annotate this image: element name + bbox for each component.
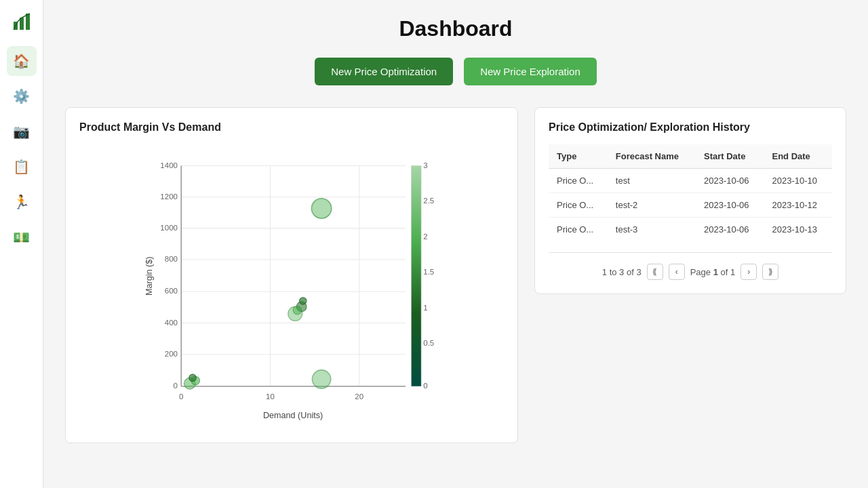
svg-text:10: 10: [266, 392, 275, 401]
cell-type: Price O...: [549, 218, 608, 242]
table-row: Price O... test-3 2023-10-06 2023-10-13: [549, 218, 832, 242]
new-price-optimization-button[interactable]: New Price Optimization: [315, 58, 453, 85]
camera-icon: 📷: [13, 123, 30, 140]
pagination: 1 to 3 of 3 ⟪ ‹ Page 1 of 1 › ⟫: [549, 252, 832, 280]
svg-text:1.5: 1.5: [423, 268, 434, 276]
sidebar-item-billing[interactable]: 💵: [7, 222, 37, 252]
cell-start: 2023-10-06: [696, 169, 764, 193]
first-page-button[interactable]: ⟪: [647, 264, 663, 280]
sidebar-item-home[interactable]: 🏠: [7, 46, 37, 76]
last-page-button[interactable]: ⟫: [762, 264, 778, 280]
svg-text:600: 600: [165, 287, 178, 296]
main-content: Dashboard New Price Optimization New Pri…: [43, 0, 868, 488]
chart-section: Product Margin Vs Demand: [65, 107, 518, 443]
next-page-button[interactable]: ›: [741, 264, 757, 280]
svg-text:0: 0: [423, 382, 427, 390]
chart-container: 0 200 400 600 800 1000 1200 1400 0 10 20…: [79, 144, 504, 429]
settings-icon: ⚙️: [13, 88, 30, 104]
cell-type: Price O...: [549, 193, 608, 218]
cell-forecast: test: [608, 169, 696, 193]
svg-point-36: [311, 199, 331, 218]
sidebar-item-list[interactable]: 📋: [7, 152, 37, 182]
prev-page-button[interactable]: ‹: [669, 264, 685, 280]
svg-rect-2: [26, 14, 30, 30]
svg-text:800: 800: [165, 255, 178, 263]
cell-end: 2023-10-10: [764, 169, 832, 193]
cell-type: Price O...: [549, 169, 608, 193]
cell-forecast: test-3: [608, 218, 696, 242]
table-row: Price O... test 2023-10-06 2023-10-10: [549, 169, 832, 193]
table-row: Price O... test-2 2023-10-06 2023-10-12: [549, 193, 832, 218]
svg-point-34: [300, 298, 307, 305]
svg-text:2: 2: [423, 232, 427, 241]
svg-text:2.5: 2.5: [423, 197, 434, 205]
cell-start: 2023-10-06: [696, 218, 764, 242]
svg-text:20: 20: [355, 392, 363, 401]
sidebar: 🏠 ⚙️ 📷 📋 🏃 💵: [0, 0, 43, 488]
svg-text:1: 1: [423, 304, 427, 312]
col-end: End Date: [764, 144, 832, 169]
sidebar-item-camera[interactable]: 📷: [7, 117, 37, 146]
content-row: Product Margin Vs Demand: [65, 107, 846, 443]
sidebar-item-settings[interactable]: ⚙️: [7, 81, 37, 111]
list-icon: 📋: [13, 159, 30, 175]
svg-text:0.5: 0.5: [423, 339, 434, 347]
svg-text:0: 0: [179, 392, 183, 401]
cell-end: 2023-10-12: [764, 193, 832, 218]
chart-title: Product Margin Vs Demand: [79, 121, 504, 134]
app-logo: [8, 8, 35, 35]
history-table: Type Forecast Name Start Date End Date P…: [549, 144, 832, 241]
cell-end: 2023-10-13: [764, 218, 832, 242]
cell-forecast: test-2: [608, 193, 696, 218]
svg-text:1400: 1400: [160, 161, 178, 169]
col-forecast: Forecast Name: [608, 144, 696, 169]
activity-icon: 🏃: [13, 194, 30, 210]
page-info: Page 1 of 1: [690, 267, 736, 277]
pagination-range: 1 to 3 of 3: [602, 267, 642, 277]
svg-point-37: [312, 370, 330, 388]
svg-text:400: 400: [165, 319, 178, 327]
page-title: Dashboard: [65, 16, 846, 41]
action-buttons: New Price Optimization New Price Explora…: [65, 58, 846, 85]
svg-text:1000: 1000: [160, 224, 178, 232]
svg-text:Demand (Units): Demand (Units): [263, 411, 323, 420]
svg-text:3: 3: [423, 161, 427, 169]
billing-icon: 💵: [13, 229, 30, 245]
new-price-exploration-button[interactable]: New Price Exploration: [464, 58, 597, 85]
svg-point-31: [189, 374, 197, 382]
svg-text:0: 0: [174, 382, 178, 390]
table-section: Price Optimization/ Exploration History …: [534, 107, 846, 294]
svg-text:Margin ($): Margin ($): [144, 257, 154, 296]
svg-point-35: [293, 306, 302, 314]
svg-rect-38: [411, 166, 421, 387]
scatter-chart: 0 200 400 600 800 1000 1200 1400 0 10 20…: [79, 144, 504, 429]
svg-text:200: 200: [165, 350, 178, 358]
sidebar-item-activity[interactable]: 🏃: [7, 187, 37, 217]
col-start: Start Date: [696, 144, 764, 169]
col-type: Type: [549, 144, 608, 169]
table-title: Price Optimization/ Exploration History: [549, 121, 832, 134]
svg-text:1200: 1200: [160, 192, 178, 201]
home-icon: 🏠: [13, 53, 30, 69]
cell-start: 2023-10-06: [696, 193, 764, 218]
